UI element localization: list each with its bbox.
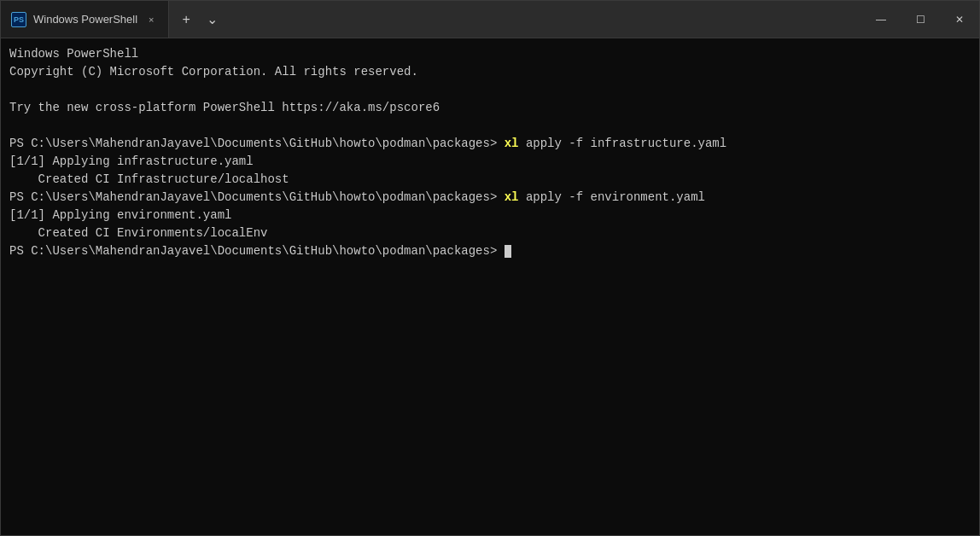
active-tab[interactable]: PS Windows PowerShell × <box>1 1 169 38</box>
tab-dropdown-button[interactable]: ⌄ <box>200 8 224 32</box>
cmd-xl-1: xl <box>505 137 519 150</box>
blank-line-1 <box>9 81 971 99</box>
tab-close-button[interactable]: × <box>144 13 158 26</box>
output-line-5: Created CI Infrastructure/localhost <box>9 171 971 189</box>
output-line-4: [1/1] Applying infrastructure.yaml <box>9 153 971 171</box>
cmd-args-1: apply -f infrastructure.yaml <box>519 137 727 150</box>
output-line-6: [1/1] Applying environment.yaml <box>9 207 971 224</box>
cursor <box>505 245 511 258</box>
tab-label: Windows PowerShell <box>33 13 137 26</box>
output-line-3: Try the new cross-platform PowerShell ht… <box>9 99 971 117</box>
new-tab-button[interactable]: + <box>174 8 198 32</box>
cmd-args-2: apply -f environment.yaml <box>519 190 705 204</box>
current-prompt-line: PS C:\Users\MahendranJayavel\Documents\G… <box>9 242 971 260</box>
minimize-button[interactable]: — <box>861 1 901 38</box>
output-line-2: Copyright (C) Microsoft Corporation. All… <box>9 63 971 81</box>
cmd-xl-2: xl <box>505 190 519 204</box>
maximize-button[interactable]: ☐ <box>901 1 940 38</box>
prompt-1: PS C:\Users\MahendranJayavel\Documents\G… <box>9 137 505 150</box>
close-button[interactable]: ✕ <box>940 1 979 38</box>
command-line-1: PS C:\Users\MahendranJayavel\Documents\G… <box>9 135 971 153</box>
powershell-window: PS Windows PowerShell × + ⌄ — ☐ ✕ Window… <box>0 0 980 536</box>
output-line-7: Created CI Environments/localEnv <box>9 224 971 242</box>
command-line-2: PS C:\Users\MahendranJayavel\Documents\G… <box>9 189 971 207</box>
terminal-output[interactable]: Windows PowerShell Copyright (C) Microso… <box>1 38 979 535</box>
prompt-3: PS C:\Users\MahendranJayavel\Documents\G… <box>9 244 505 258</box>
titlebar: PS Windows PowerShell × + ⌄ — ☐ ✕ <box>1 1 979 38</box>
window-controls: — ☐ ✕ <box>861 1 979 38</box>
output-line-1: Windows PowerShell <box>9 45 971 63</box>
prompt-2: PS C:\Users\MahendranJayavel\Documents\G… <box>9 190 505 204</box>
blank-line-2 <box>9 117 971 135</box>
powershell-icon: PS <box>11 12 26 27</box>
tab-actions: + ⌄ <box>169 1 229 38</box>
